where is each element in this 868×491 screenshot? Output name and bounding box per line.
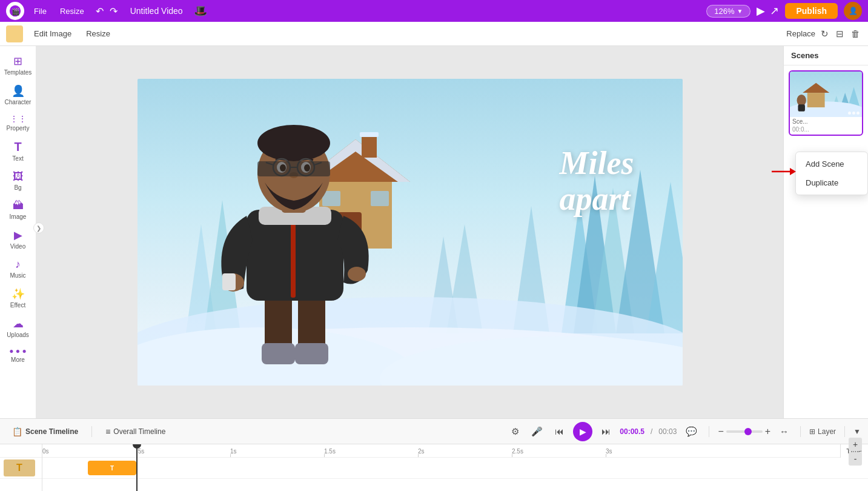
video-icon: ▶ xyxy=(14,229,22,242)
sidebar-item-templates[interactable]: ⊞ Templates xyxy=(2,51,34,79)
track-block-t[interactable]: T xyxy=(88,461,136,475)
current-time: 00:00.5 xyxy=(620,427,644,436)
svg-rect-56 xyxy=(798,104,805,112)
zoom-thumb xyxy=(744,428,752,435)
zoom-control[interactable]: 126% ▼ xyxy=(706,5,750,18)
ruler-3s: 3s xyxy=(606,448,612,455)
publish-button[interactable]: Publish xyxy=(785,3,838,19)
sidebar-item-text[interactable]: T Text xyxy=(2,136,34,165)
captions-icon[interactable]: 💬 xyxy=(683,424,700,439)
resize-label[interactable]: Resize xyxy=(82,29,114,38)
settings-icon[interactable]: ⚙ xyxy=(508,424,522,439)
element-thumbnail xyxy=(6,25,23,42)
sidebar-item-video[interactable]: ▶ Video xyxy=(2,225,34,253)
canvas-text: Miles apart xyxy=(559,145,634,218)
timeline-ruler: 0s .5s 1s 1.5s 2s 2.5s 3s xyxy=(42,444,868,458)
sidebar-collapse-button[interactable]: ❯ xyxy=(33,222,44,233)
app-logo[interactable]: 🎬 xyxy=(6,2,24,20)
replace-button[interactable]: Replace xyxy=(786,29,815,38)
canvas[interactable]: Miles apart xyxy=(137,79,683,386)
skip-back-icon[interactable]: ⏮ xyxy=(552,424,567,438)
track-thumb-t: T xyxy=(4,459,35,476)
magic-icon[interactable]: 🎩 xyxy=(194,4,207,18)
ruler-2s: 2s xyxy=(418,448,425,455)
svg-rect-26 xyxy=(262,343,295,364)
skip-forward-icon[interactable]: ⏭ xyxy=(598,424,614,438)
ruler-15s: 1.5s xyxy=(324,448,336,455)
tick-25 xyxy=(512,454,512,457)
refresh-icon[interactable]: ↻ xyxy=(819,27,830,41)
redo-button[interactable]: ↷ xyxy=(108,5,119,17)
play-preview-icon[interactable]: ▶ xyxy=(757,4,765,18)
controls-separator-4 xyxy=(844,426,845,437)
scene-timeline-tab[interactable]: 📋 Scene Timeline xyxy=(7,424,83,439)
canvas-text-line2: apart xyxy=(559,181,634,217)
svg-rect-47 xyxy=(257,161,330,176)
sidebar-label-music: Music xyxy=(10,272,25,279)
tick-2 xyxy=(418,454,419,457)
tick-05 xyxy=(136,454,137,457)
timeline-area: 📋 Scene Timeline ≡ Overall Timeline ⚙ 🎤 … xyxy=(0,418,868,491)
zoom-track[interactable] xyxy=(726,430,763,433)
layer-selector[interactable]: ⊞ Layer xyxy=(809,427,836,436)
fit-icon[interactable]: ↔ xyxy=(777,424,792,438)
ruler-1s: 1s xyxy=(230,448,237,455)
overall-timeline-tab[interactable]: ≡ Overall Timeline xyxy=(101,424,170,439)
sidebar-item-uploads[interactable]: ☁ Uploads xyxy=(2,313,34,342)
delete-icon[interactable]: 🗑 xyxy=(849,27,862,41)
text-icon: T xyxy=(14,140,21,154)
time-minus-button[interactable]: - xyxy=(849,452,862,466)
avatar[interactable]: 👤 xyxy=(844,2,862,20)
sidebar-item-character[interactable]: 👤 Character xyxy=(2,81,34,109)
time-plus-button[interactable]: + xyxy=(849,438,862,451)
sidebar-label-property: Property xyxy=(7,125,30,132)
context-menu-arrow xyxy=(772,165,796,178)
add-scene-menu-item[interactable]: Add Scene xyxy=(796,155,867,173)
character-svg xyxy=(192,95,398,367)
undo-redo-group: ↶ ↷ xyxy=(94,5,119,17)
mic-icon[interactable]: 🎤 xyxy=(528,424,546,439)
canvas-text-line1: Miles xyxy=(559,145,634,181)
resize-menu[interactable]: Resize xyxy=(56,7,88,16)
tick-15 xyxy=(324,454,325,457)
undo-button[interactable]: ↶ xyxy=(94,5,105,17)
file-menu[interactable]: File xyxy=(30,7,50,16)
toolbar-actions: Replace ↻ ⊟ 🗑 xyxy=(786,27,862,41)
overall-timeline-label: Overall Timeline xyxy=(113,427,165,436)
sidebar-label-uploads: Uploads xyxy=(7,332,29,338)
ruler-05s: .5s xyxy=(136,448,144,455)
controls-separator-3 xyxy=(800,426,801,437)
sidebar-item-more[interactable]: ● ● ● More xyxy=(2,343,34,367)
sidebar-label-bg: Bg xyxy=(14,184,21,191)
time-separator: / xyxy=(651,427,652,436)
share-icon[interactable]: ↗ xyxy=(770,4,779,18)
scene-thumbnail-1[interactable]: Sce... 00:0... xyxy=(789,70,863,136)
track-t-label: T xyxy=(16,463,22,473)
sidebar-label-image: Image xyxy=(10,213,27,220)
sidebar-item-image[interactable]: 🏔 Image xyxy=(2,196,34,224)
track-block-label: T xyxy=(110,465,114,472)
zoom-in-icon[interactable]: + xyxy=(765,426,770,437)
sidebar-item-property[interactable]: ⋮⋮ Property xyxy=(2,110,34,135)
topbar: 🎬 File Resize ↶ ↷ Untitled Video 🎩 126% … xyxy=(0,0,868,22)
topbar-actions: ▶ ↗ xyxy=(757,4,779,18)
sidebar-item-bg[interactable]: 🖼 Bg xyxy=(2,167,34,195)
ruler-25s: 2.5s xyxy=(512,448,523,455)
tick-1 xyxy=(230,454,231,457)
expand-icon[interactable]: ▼ xyxy=(853,427,861,436)
total-time: 00:03 xyxy=(658,427,677,436)
timeline-ruler-tracks: 0s .5s 1s 1.5s 2s 2.5s 3s T xyxy=(42,444,868,491)
sidebar-label-more: More xyxy=(11,356,25,363)
scene-label: Sce... xyxy=(790,117,862,126)
sidebar-item-effect[interactable]: ✨ Effect xyxy=(2,284,34,312)
character-icon: 👤 xyxy=(12,84,25,98)
sidebar-item-music[interactable]: ♪ Music xyxy=(2,255,34,282)
duplicate-menu-item[interactable]: Duplicate xyxy=(796,173,867,192)
edit-image-label[interactable]: Edit Image xyxy=(30,29,75,38)
svg-rect-53 xyxy=(807,93,825,107)
canvas-area[interactable]: Miles apart xyxy=(36,46,783,418)
timeline-content: T 0s .5s 1s 1.5s 2s 2.5s 3s xyxy=(0,444,868,491)
play-button[interactable]: ▶ xyxy=(573,422,592,441)
split-icon[interactable]: ⊟ xyxy=(834,27,846,41)
zoom-out-icon[interactable]: − xyxy=(718,426,723,437)
